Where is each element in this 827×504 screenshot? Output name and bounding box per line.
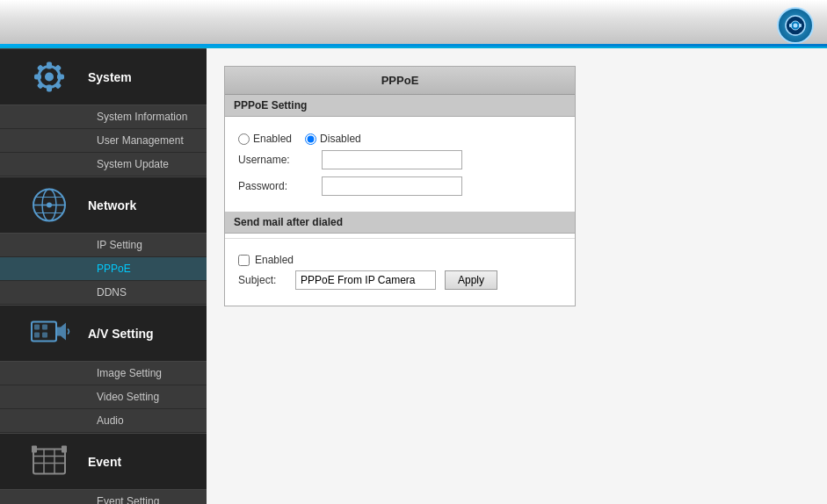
enable-disable-group: Enabled Disabled (238, 126, 562, 150)
pppoe-setting-header: PPPoE Setting (225, 95, 575, 117)
svg-point-6 (45, 73, 54, 82)
svg-rect-25 (42, 333, 47, 338)
username-input[interactable] (322, 150, 462, 169)
send-mail-enabled-label: Enabled (255, 254, 294, 266)
send-mail-enabled-checkbox[interactable] (238, 255, 250, 266)
sidebar-section-network: Network IP Setting PPPoE DDNS (0, 176, 207, 305)
svg-rect-8 (47, 85, 52, 92)
disabled-radio-option[interactable]: Disabled (305, 133, 361, 145)
panel-title: PPPoE (225, 67, 575, 95)
sidebar-category-network[interactable]: Network (0, 176, 207, 234)
sidebar-item-image-setting[interactable]: Image Setting (0, 362, 207, 385)
send-mail-body: Enabled Subject: Apply (225, 238, 575, 306)
apply-button[interactable]: Apply (445, 270, 497, 290)
sidebar-section-event: Event Event Setting Schedule I/O Setting… (0, 433, 207, 504)
body-container: System System Information User Managemen… (0, 48, 827, 504)
pppoe-setting-body: Enabled Disabled Username: Password: (225, 117, 575, 212)
sidebar-item-system-update[interactable]: System Update (0, 153, 207, 176)
username-row: Username: (238, 150, 562, 169)
password-input[interactable] (322, 176, 462, 196)
svg-rect-12 (54, 64, 61, 71)
svg-rect-4 (799, 24, 802, 27)
svg-rect-24 (34, 333, 40, 338)
disabled-radio[interactable] (305, 133, 316, 145)
svg-rect-11 (36, 64, 43, 71)
sidebar-section-system: System System Information User Managemen… (0, 48, 207, 176)
sidebar: System System Information User Managemen… (0, 48, 207, 504)
sidebar-item-video-setting[interactable]: Video Setting (0, 385, 207, 409)
svg-point-2 (794, 24, 798, 28)
subject-row: Subject: Apply (238, 270, 562, 290)
sidebar-event-label: Event (88, 455, 121, 469)
sidebar-network-label: Network (88, 198, 136, 212)
pppoe-panel: PPPoE PPPoE Setting Enabled Disabled (224, 66, 576, 306)
subject-label: Subject: (238, 274, 287, 286)
enabled-radio-option[interactable]: Enabled (238, 133, 292, 145)
network-icon (25, 181, 73, 229)
header-logo (777, 7, 814, 44)
sidebar-item-system-information[interactable]: System Information (0, 105, 207, 129)
sidebar-item-ip-setting[interactable]: IP Setting (0, 234, 207, 257)
username-label: Username: (238, 154, 322, 166)
sidebar-category-av[interactable]: A/V Setting (0, 305, 207, 362)
event-icon (25, 437, 73, 486)
sidebar-system-label: System (88, 70, 132, 84)
sidebar-category-system[interactable]: System (0, 48, 207, 105)
svg-rect-10 (57, 75, 64, 80)
disabled-label: Disabled (320, 133, 361, 145)
svg-rect-22 (34, 325, 40, 330)
sidebar-av-label: A/V Setting (88, 327, 154, 341)
svg-point-20 (47, 203, 52, 208)
sidebar-section-av: A/V Setting Image Setting Video Setting … (0, 305, 207, 433)
sidebar-category-event[interactable]: Event (0, 433, 207, 490)
sidebar-item-event-setting[interactable]: Event Setting (0, 490, 207, 504)
subject-input[interactable] (295, 270, 436, 290)
svg-rect-32 (32, 446, 37, 453)
enabled-radio[interactable] (238, 133, 250, 145)
password-label: Password: (238, 180, 322, 192)
send-mail-header: Send mail after dialed (225, 212, 575, 234)
camera-icon (784, 14, 807, 37)
svg-marker-26 (57, 323, 66, 341)
svg-rect-33 (62, 446, 67, 453)
sidebar-item-user-management[interactable]: User Management (0, 129, 207, 153)
svg-rect-14 (54, 82, 61, 89)
svg-rect-9 (34, 75, 41, 80)
password-row: Password: (238, 176, 562, 196)
enabled-label: Enabled (253, 133, 292, 145)
svg-rect-7 (47, 62, 52, 69)
main-content: PPPoE PPPoE Setting Enabled Disabled (207, 48, 827, 504)
send-mail-enabled-row: Enabled (238, 248, 562, 270)
system-icon (25, 53, 73, 101)
svg-rect-3 (789, 24, 792, 27)
svg-rect-13 (36, 82, 43, 89)
av-setting-icon (25, 309, 73, 357)
svg-rect-23 (42, 325, 47, 330)
svg-rect-27 (33, 450, 65, 474)
sidebar-item-audio[interactable]: Audio (0, 409, 207, 433)
sidebar-item-pppoe[interactable]: PPPoE (0, 257, 207, 281)
sidebar-item-ddns[interactable]: DDNS (0, 281, 207, 305)
header (0, 0, 827, 48)
